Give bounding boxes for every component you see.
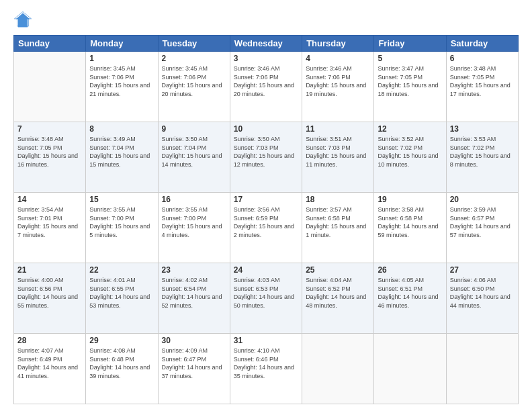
day-info: Sunrise: 4:07 AMSunset: 6:49 PMDaylight:… xyxy=(17,347,82,380)
day-number: 6 xyxy=(450,54,515,63)
calendar-cell: 26Sunrise: 4:05 AMSunset: 6:51 PMDayligh… xyxy=(374,263,446,334)
day-info: Sunrise: 4:06 AMSunset: 6:50 PMDaylight:… xyxy=(450,276,515,310)
day-info: Sunrise: 3:47 AMSunset: 7:05 PMDaylight:… xyxy=(378,64,442,98)
day-number: 16 xyxy=(162,195,226,204)
page: SundayMondayTuesdayWednesdayThursdayFrid… xyxy=(0,0,532,411)
calendar-week-1: 1Sunrise: 3:45 AMSunset: 7:06 PMDaylight… xyxy=(14,52,519,122)
calendar-cell: 30Sunrise: 4:09 AMSunset: 6:47 PMDayligh… xyxy=(158,334,230,404)
day-info: Sunrise: 3:51 AMSunset: 7:03 PMDaylight:… xyxy=(306,135,370,169)
day-number: 28 xyxy=(17,336,82,345)
logo xyxy=(13,11,35,30)
calendar-cell: 10Sunrise: 3:50 AMSunset: 7:03 PMDayligh… xyxy=(230,122,302,193)
calendar-cell: 12Sunrise: 3:52 AMSunset: 7:02 PMDayligh… xyxy=(374,122,446,193)
day-info: Sunrise: 3:46 AMSunset: 7:06 PMDaylight:… xyxy=(306,64,370,98)
day-info: Sunrise: 3:48 AMSunset: 7:05 PMDaylight:… xyxy=(450,64,515,98)
weekday-header-sunday: Sunday xyxy=(14,36,86,52)
calendar-body: 1Sunrise: 3:45 AMSunset: 7:06 PMDaylight… xyxy=(14,52,519,404)
day-number: 21 xyxy=(17,265,82,275)
day-info: Sunrise: 3:57 AMSunset: 6:58 PMDaylight:… xyxy=(306,205,370,239)
calendar-cell xyxy=(14,52,86,122)
calendar-cell: 6Sunrise: 3:48 AMSunset: 7:05 PMDaylight… xyxy=(446,52,518,122)
calendar-cell xyxy=(374,334,446,404)
day-number: 26 xyxy=(378,265,442,275)
weekday-header-saturday: Saturday xyxy=(446,36,518,52)
calendar-cell: 18Sunrise: 3:57 AMSunset: 6:58 PMDayligh… xyxy=(302,193,374,263)
calendar-cell: 7Sunrise: 3:48 AMSunset: 7:05 PMDaylight… xyxy=(14,122,86,193)
day-number: 23 xyxy=(162,265,226,275)
day-number: 30 xyxy=(162,336,226,345)
day-number: 2 xyxy=(162,54,226,63)
calendar-cell: 1Sunrise: 3:45 AMSunset: 7:06 PMDaylight… xyxy=(86,52,158,122)
day-number: 22 xyxy=(89,265,154,275)
day-number: 24 xyxy=(234,265,298,275)
svg-marker-0 xyxy=(16,13,30,28)
calendar-cell: 15Sunrise: 3:55 AMSunset: 7:00 PMDayligh… xyxy=(86,193,158,263)
day-info: Sunrise: 4:00 AMSunset: 6:56 PMDaylight:… xyxy=(17,276,82,310)
day-number: 3 xyxy=(234,54,298,63)
day-number: 27 xyxy=(450,265,515,275)
calendar-cell: 5Sunrise: 3:47 AMSunset: 7:05 PMDaylight… xyxy=(374,52,446,122)
day-info: Sunrise: 4:03 AMSunset: 6:53 PMDaylight:… xyxy=(234,276,298,310)
day-info: Sunrise: 3:59 AMSunset: 6:57 PMDaylight:… xyxy=(450,205,515,239)
calendar-cell: 22Sunrise: 4:01 AMSunset: 6:55 PMDayligh… xyxy=(86,263,158,334)
day-info: Sunrise: 4:08 AMSunset: 6:48 PMDaylight:… xyxy=(89,347,154,380)
calendar-cell: 4Sunrise: 3:46 AMSunset: 7:06 PMDaylight… xyxy=(302,52,374,122)
day-info: Sunrise: 4:01 AMSunset: 6:55 PMDaylight:… xyxy=(89,276,154,310)
day-info: Sunrise: 3:53 AMSunset: 7:02 PMDaylight:… xyxy=(450,135,515,169)
calendar-cell: 19Sunrise: 3:58 AMSunset: 6:58 PMDayligh… xyxy=(374,193,446,263)
day-info: Sunrise: 4:02 AMSunset: 6:54 PMDaylight:… xyxy=(162,276,226,310)
day-number: 19 xyxy=(378,195,442,204)
calendar-cell: 16Sunrise: 3:55 AMSunset: 7:00 PMDayligh… xyxy=(158,193,230,263)
calendar-week-3: 14Sunrise: 3:54 AMSunset: 7:01 PMDayligh… xyxy=(14,193,519,263)
day-info: Sunrise: 3:50 AMSunset: 7:04 PMDaylight:… xyxy=(162,135,226,169)
calendar-cell xyxy=(302,334,374,404)
day-info: Sunrise: 3:45 AMSunset: 7:06 PMDaylight:… xyxy=(89,64,154,98)
day-info: Sunrise: 3:49 AMSunset: 7:04 PMDaylight:… xyxy=(89,135,154,169)
day-info: Sunrise: 3:55 AMSunset: 7:00 PMDaylight:… xyxy=(89,205,154,239)
calendar-cell: 9Sunrise: 3:50 AMSunset: 7:04 PMDaylight… xyxy=(158,122,230,193)
calendar-table: SundayMondayTuesdayWednesdayThursdayFrid… xyxy=(13,35,519,404)
day-number: 12 xyxy=(378,124,442,134)
calendar-cell: 25Sunrise: 4:04 AMSunset: 6:52 PMDayligh… xyxy=(302,263,374,334)
day-info: Sunrise: 3:45 AMSunset: 7:06 PMDaylight:… xyxy=(162,64,226,98)
day-number: 25 xyxy=(306,265,370,275)
day-number: 13 xyxy=(450,124,515,134)
day-number: 15 xyxy=(89,195,154,204)
header xyxy=(13,11,519,30)
calendar-cell: 28Sunrise: 4:07 AMSunset: 6:49 PMDayligh… xyxy=(14,334,86,404)
calendar-cell: 3Sunrise: 3:46 AMSunset: 7:06 PMDaylight… xyxy=(230,52,302,122)
weekday-header-thursday: Thursday xyxy=(302,36,374,52)
day-number: 14 xyxy=(17,195,82,204)
calendar-week-4: 21Sunrise: 4:00 AMSunset: 6:56 PMDayligh… xyxy=(14,263,519,334)
day-info: Sunrise: 3:50 AMSunset: 7:03 PMDaylight:… xyxy=(234,135,298,169)
day-info: Sunrise: 4:04 AMSunset: 6:52 PMDaylight:… xyxy=(306,276,370,310)
day-info: Sunrise: 3:52 AMSunset: 7:02 PMDaylight:… xyxy=(378,135,442,169)
day-number: 9 xyxy=(162,124,226,134)
calendar-cell: 21Sunrise: 4:00 AMSunset: 6:56 PMDayligh… xyxy=(14,263,86,334)
calendar-cell: 11Sunrise: 3:51 AMSunset: 7:03 PMDayligh… xyxy=(302,122,374,193)
weekday-header-tuesday: Tuesday xyxy=(158,36,230,52)
day-number: 31 xyxy=(234,336,298,345)
calendar-cell: 24Sunrise: 4:03 AMSunset: 6:53 PMDayligh… xyxy=(230,263,302,334)
calendar-cell: 23Sunrise: 4:02 AMSunset: 6:54 PMDayligh… xyxy=(158,263,230,334)
day-number: 10 xyxy=(234,124,298,134)
day-info: Sunrise: 3:55 AMSunset: 7:00 PMDaylight:… xyxy=(162,205,226,239)
calendar-cell: 14Sunrise: 3:54 AMSunset: 7:01 PMDayligh… xyxy=(14,193,86,263)
day-info: Sunrise: 3:46 AMSunset: 7:06 PMDaylight:… xyxy=(234,64,298,98)
calendar-cell xyxy=(446,334,518,404)
calendar-cell: 20Sunrise: 3:59 AMSunset: 6:57 PMDayligh… xyxy=(446,193,518,263)
day-number: 1 xyxy=(89,54,154,63)
calendar-cell: 31Sunrise: 4:10 AMSunset: 6:46 PMDayligh… xyxy=(230,334,302,404)
day-number: 7 xyxy=(17,124,82,134)
calendar-cell: 13Sunrise: 3:53 AMSunset: 7:02 PMDayligh… xyxy=(446,122,518,193)
day-number: 18 xyxy=(306,195,370,204)
weekday-header-wednesday: Wednesday xyxy=(230,36,302,52)
calendar-cell: 27Sunrise: 4:06 AMSunset: 6:50 PMDayligh… xyxy=(446,263,518,334)
day-info: Sunrise: 3:56 AMSunset: 6:59 PMDaylight:… xyxy=(234,205,298,239)
calendar-cell: 17Sunrise: 3:56 AMSunset: 6:59 PMDayligh… xyxy=(230,193,302,263)
calendar-week-2: 7Sunrise: 3:48 AMSunset: 7:05 PMDaylight… xyxy=(14,122,519,193)
day-number: 5 xyxy=(378,54,442,63)
day-info: Sunrise: 4:09 AMSunset: 6:47 PMDaylight:… xyxy=(162,347,226,380)
day-info: Sunrise: 3:48 AMSunset: 7:05 PMDaylight:… xyxy=(17,135,82,169)
weekday-header-row: SundayMondayTuesdayWednesdayThursdayFrid… xyxy=(14,36,519,52)
